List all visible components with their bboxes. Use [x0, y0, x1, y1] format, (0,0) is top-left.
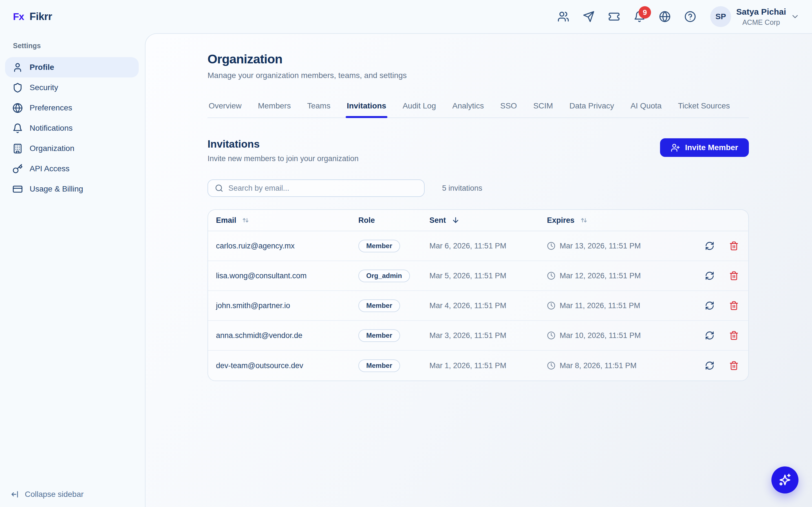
collapse-sidebar-label: Collapse sidebar: [25, 490, 84, 499]
delete-invitation-button[interactable]: [729, 241, 739, 251]
sidebar-section-label: Settings: [13, 42, 139, 50]
brand-logo[interactable]: Fx Fikrr: [13, 11, 52, 22]
clock-icon: [547, 301, 555, 310]
cell-role: Member: [350, 240, 421, 252]
cell-role: Member: [350, 299, 421, 312]
cell-role: Member: [350, 329, 421, 342]
resend-invitation-button[interactable]: [705, 301, 714, 311]
tab-data-privacy[interactable]: Data Privacy: [568, 101, 615, 117]
cell-actions: [674, 241, 748, 251]
cell-role: Org_admin: [350, 270, 421, 282]
bell-icon[interactable]: 9: [633, 11, 645, 22]
tab-scim[interactable]: SCIM: [532, 101, 554, 117]
cell-email: anna.schmidt@vendor.de: [208, 331, 350, 340]
delete-invitation-button[interactable]: [729, 271, 739, 281]
sidebar-item-api-access[interactable]: API Access: [5, 159, 139, 179]
invitations-toolbar: 5 invitations: [207, 179, 749, 197]
topbar-actions: 9 SP Satya Pichai ACME Corp: [557, 6, 800, 27]
resend-invitation-button[interactable]: [705, 241, 714, 251]
cell-sent: Mar 4, 2026, 11:51 PM: [421, 301, 539, 310]
cell-sent: Mar 3, 2026, 11:51 PM: [421, 331, 539, 340]
column-header-email[interactable]: Email: [208, 216, 350, 225]
invitations-count: 5 invitations: [442, 184, 483, 193]
tab-audit-log[interactable]: Audit Log: [402, 101, 437, 117]
cell-actions: [674, 271, 748, 281]
role-badge: Org_admin: [358, 270, 410, 282]
user-menu[interactable]: Satya Pichai ACME Corp: [736, 7, 786, 26]
shield-icon: [12, 82, 23, 93]
table-row: john.smith@partner.io Member Mar 4, 2026…: [208, 291, 748, 321]
app-root: Fx Fikrr 9 SP Satya Pichai ACME Corp Set…: [0, 0, 812, 507]
ticket-icon[interactable]: [608, 11, 620, 22]
table-row: dev-team@outsource.dev Member Mar 1, 202…: [208, 351, 748, 381]
cell-sent: Mar 5, 2026, 11:51 PM: [421, 272, 539, 280]
tab-members[interactable]: Members: [257, 101, 292, 117]
table-row: anna.schmidt@vendor.de Member Mar 3, 202…: [208, 321, 748, 351]
tab-ai-quota[interactable]: AI Quota: [629, 101, 663, 117]
resend-invitation-button[interactable]: [705, 271, 714, 281]
sparkles-icon: [778, 473, 792, 487]
invitations-header: Invitations Invite new members to join y…: [207, 138, 749, 163]
sidebar-item-security[interactable]: Security: [5, 77, 139, 98]
resend-invitation-button[interactable]: [705, 331, 714, 340]
invitations-title: Invitations: [207, 138, 359, 150]
tab-invitations[interactable]: Invitations: [346, 101, 388, 117]
resend-invitation-button[interactable]: [705, 361, 714, 371]
tab-sso[interactable]: SSO: [499, 101, 518, 117]
clock-icon: [547, 361, 555, 370]
search-input[interactable]: [229, 184, 417, 193]
column-header-expires[interactable]: Expires: [539, 216, 674, 225]
table-row: lisa.wong@consultant.com Org_admin Mar 5…: [208, 261, 748, 291]
user-icon: [12, 62, 23, 73]
sidebar-items: Profile Security Preferences Notificatio…: [5, 57, 139, 199]
ai-assistant-fab[interactable]: [771, 466, 799, 494]
invite-member-button[interactable]: Invite Member: [660, 138, 749, 157]
tab-teams[interactable]: Teams: [306, 101, 331, 117]
cell-expires: Mar 12, 2026, 11:51 PM: [539, 272, 674, 280]
cell-email: dev-team@outsource.dev: [208, 361, 350, 370]
invitations-table: Email Role Sent Expires: [207, 209, 749, 381]
help-icon[interactable]: [684, 11, 696, 22]
page-subtitle: Manage your organization members, teams,…: [207, 71, 749, 80]
bell-icon: [12, 123, 23, 133]
role-badge: Member: [358, 240, 400, 252]
sidebar-item-profile[interactable]: Profile: [5, 57, 139, 77]
sort-icon-expires[interactable]: [580, 216, 588, 224]
globe-icon[interactable]: [659, 11, 671, 22]
delete-invitation-button[interactable]: [729, 361, 739, 371]
logo-name: Fikrr: [30, 11, 52, 22]
tab-ticket-sources[interactable]: Ticket Sources: [677, 101, 731, 117]
delete-invitation-button[interactable]: [729, 301, 739, 311]
user-name: Satya Pichai: [736, 7, 786, 17]
column-header-role[interactable]: Role: [350, 216, 421, 225]
role-badge: Member: [358, 329, 400, 342]
sidebar-item-organization[interactable]: Organization: [5, 138, 139, 159]
tab-analytics[interactable]: Analytics: [451, 101, 485, 117]
tab-bar: OverviewMembersTeamsInvitationsAudit Log…: [207, 101, 749, 118]
cell-role: Member: [350, 359, 421, 372]
column-header-sent[interactable]: Sent: [421, 216, 539, 225]
sidebar-item-preferences[interactable]: Preferences: [5, 98, 139, 118]
page-title: Organization: [207, 52, 749, 66]
user-org: ACME Corp: [742, 18, 780, 26]
sort-icon-sent[interactable]: [451, 216, 460, 225]
users-icon[interactable]: [557, 11, 569, 22]
card-icon: [12, 184, 23, 194]
chevron-down-icon[interactable]: [791, 12, 800, 21]
avatar[interactable]: SP: [710, 6, 731, 27]
send-icon[interactable]: [583, 11, 595, 22]
clock-icon: [547, 242, 555, 250]
logo-mark: Fx: [13, 11, 24, 22]
table-body: carlos.ruiz@agency.mx Member Mar 6, 2026…: [208, 231, 748, 381]
delete-invitation-button[interactable]: [729, 331, 739, 340]
cell-email: john.smith@partner.io: [208, 301, 350, 310]
search-icon: [215, 184, 223, 192]
sort-icon-email[interactable]: [241, 216, 250, 224]
sidebar-item-usage-billing[interactable]: Usage & Billing: [5, 179, 139, 199]
collapse-sidebar-button[interactable]: Collapse sidebar: [11, 490, 84, 499]
cell-sent: Mar 1, 2026, 11:51 PM: [421, 361, 539, 370]
tab-overview[interactable]: Overview: [207, 101, 243, 117]
sidebar-item-notifications[interactable]: Notifications: [5, 118, 139, 138]
key-icon: [12, 164, 23, 174]
cell-expires: Mar 10, 2026, 11:51 PM: [539, 331, 674, 340]
